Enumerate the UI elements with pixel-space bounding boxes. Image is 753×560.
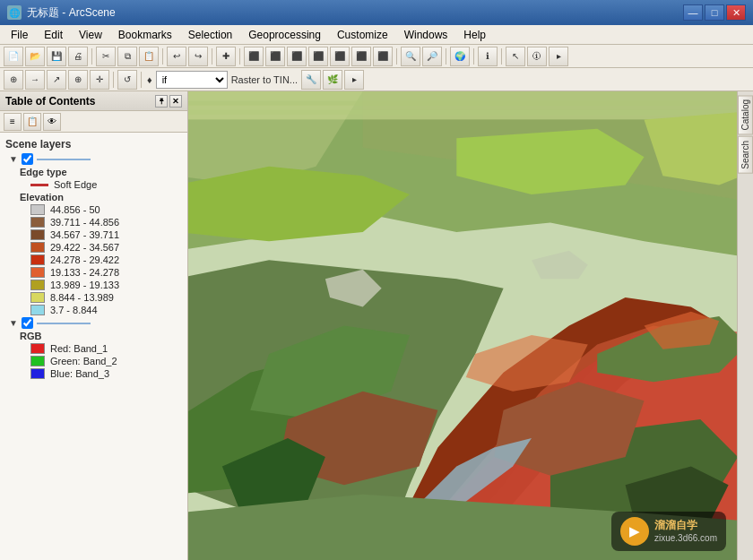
elevation-swatch <box>30 242 45 253</box>
nav7-btn[interactable]: ⬛ <box>373 47 393 66</box>
new-btn[interactable]: 📄 <box>4 47 23 66</box>
rgb-channel-label: Green: Band_2 <box>50 356 117 366</box>
toc-list-by-drawing-btn[interactable]: ≡ <box>4 113 22 131</box>
catalog-tab[interactable]: Catalog <box>738 95 753 134</box>
soft-edge-icon <box>30 184 48 186</box>
open-btn[interactable]: 📂 <box>25 47 45 66</box>
menu-view[interactable]: View <box>72 27 109 43</box>
more-btn[interactable]: ▸ <box>549 47 568 66</box>
zoom-in-btn[interactable]: 🔍 <box>401 47 420 66</box>
paste-btn[interactable]: 📋 <box>139 47 159 66</box>
toc-content: Scene layers ▼ Edge type Soft Edge Eleva… <box>0 133 187 560</box>
menu-help[interactable]: Help <box>456 27 493 43</box>
watermark: ▶ 溜溜自学 zixue.3d66.com <box>611 512 726 551</box>
nav3-btn[interactable]: ⬛ <box>287 47 307 66</box>
nav4-btn[interactable]: ⬛ <box>308 47 328 66</box>
elevation-swatch <box>30 217 45 228</box>
menu-geoprocessing[interactable]: Geoprocessing <box>241 27 328 43</box>
watermark-url: zixue.3d66.com <box>654 532 717 544</box>
menu-bookmarks[interactable]: Bookmarks <box>111 27 179 43</box>
menu-file[interactable]: File <box>4 27 35 43</box>
toc-list-by-source-btn[interactable]: 📋 <box>23 113 41 131</box>
add-data-btn[interactable]: ✚ <box>216 47 236 66</box>
sep1 <box>91 48 92 65</box>
layer-1-item[interactable]: ▼ <box>5 152 187 166</box>
layer-2-checkbox[interactable] <box>22 317 33 329</box>
nav1-btn[interactable]: ⬛ <box>244 47 264 66</box>
elevation-range-item: 13.989 - 19.133 <box>5 279 187 291</box>
toolbar-1: 📄 📂 💾 🖨 ✂ ⧉ 📋 ↩ ↪ ✚ ⬛ ⬛ ⬛ ⬛ ⬛ ⬛ ⬛ 🔍 🔎 🌍 … <box>0 45 753 68</box>
raster-tool1[interactable]: 🔧 <box>301 70 321 90</box>
close-button[interactable]: ✕ <box>726 4 746 21</box>
elevation-label: Elevation <box>5 191 187 203</box>
rgb-channel-item: Blue: Band_3 <box>5 367 187 380</box>
scene-nav-btn[interactable]: ⊕ <box>4 70 23 90</box>
maximize-button[interactable]: □ <box>705 4 724 21</box>
side-tabs: Catalog Search <box>737 91 753 560</box>
scene-fly-btn[interactable]: → <box>25 70 45 90</box>
elevation-range-item: 19.133 - 24.278 <box>5 266 187 279</box>
elevation-swatch <box>30 280 45 290</box>
zoom-out-btn[interactable]: 🔎 <box>422 47 442 66</box>
menu-selection[interactable]: Selection <box>181 27 239 43</box>
layer-1-name[interactable] <box>37 159 91 160</box>
elevation-range-label: 3.7 - 8.844 <box>50 305 98 315</box>
save-btn[interactable]: 💾 <box>47 47 66 66</box>
scene-rotate-btn[interactable]: ↺ <box>117 70 137 90</box>
minimize-button[interactable]: — <box>683 4 703 21</box>
cut-btn[interactable]: ✂ <box>96 47 116 66</box>
toc-pin-btn[interactable]: 🖈 <box>155 95 168 108</box>
menu-edit[interactable]: Edit <box>37 27 70 43</box>
elevation-range-item: 39.711 - 44.856 <box>5 216 187 228</box>
sep9 <box>113 72 114 88</box>
info-btn[interactable]: 🛈 <box>527 47 547 66</box>
elevation-range-label: 39.711 - 44.856 <box>50 217 119 228</box>
rgb-channel-label: Red: Band_1 <box>50 343 108 354</box>
sep2 <box>162 48 163 65</box>
elevation-range-label: 19.133 - 24.278 <box>50 267 119 278</box>
map-view[interactable]: Catalog Search ▶ 溜溜自学 zixue.3d66.com <box>188 91 753 560</box>
identify-btn[interactable]: ℹ <box>478 47 498 66</box>
main-area: Table of Contents 🖈 ✕ ≡ 📋 👁 Scene layers… <box>0 91 753 560</box>
search-tab[interactable]: Search <box>738 136 753 174</box>
toc-panel: Table of Contents 🖈 ✕ ≡ 📋 👁 Scene layers… <box>0 91 188 560</box>
layer-2-item[interactable]: ▼ <box>5 316 187 330</box>
scene-zoom-btn[interactable]: ⊕ <box>68 70 88 90</box>
copy-btn[interactable]: ⧉ <box>117 47 137 66</box>
rgb-channel-item: Green: Band_2 <box>5 355 187 367</box>
elevation-range-label: 8.844 - 13.989 <box>50 292 114 303</box>
raster-tool2[interactable]: 🌿 <box>323 70 342 90</box>
scene-pan-btn[interactable]: ✛ <box>90 70 109 90</box>
layer-1-checkbox[interactable] <box>22 153 33 165</box>
scene-tilt-btn[interactable]: ↗ <box>47 70 66 90</box>
elevation-range-item: 3.7 - 8.844 <box>5 304 187 316</box>
elevation-legend: 44.856 - 5039.711 - 44.85634.567 - 39.71… <box>5 203 187 316</box>
elevation-range-label: 44.856 - 50 <box>50 204 100 215</box>
layer-1-group: ▼ Edge type Soft Edge Elevation 44.856 -… <box>0 152 187 316</box>
toc-close-btn[interactable]: ✕ <box>169 95 182 108</box>
terrain-svg <box>188 91 753 560</box>
toc-list-by-visibility-btn[interactable]: 👁 <box>43 113 61 131</box>
layer-2-name[interactable] <box>37 323 91 324</box>
nav5-btn[interactable]: ⬛ <box>330 47 350 66</box>
edge-type-label: Edge type <box>5 166 187 178</box>
svg-rect-5 <box>188 100 753 105</box>
toc-title: Table of Contents <box>5 95 95 108</box>
cursor-btn[interactable]: ↖ <box>506 47 525 66</box>
nav2-btn[interactable]: ⬛ <box>265 47 285 66</box>
menu-windows[interactable]: Windows <box>397 27 455 43</box>
redo-btn[interactable]: ↪ <box>188 47 208 66</box>
rgb-swatch <box>30 356 45 366</box>
print-btn[interactable]: 🖨 <box>68 47 88 66</box>
elevation-range-label: 29.422 - 34.567 <box>50 242 119 253</box>
expression-combo[interactable]: if <box>156 71 228 89</box>
elevation-swatch <box>30 254 45 265</box>
title-bar-left: 🌐 无标题 - ArcScene <box>7 5 116 21</box>
menu-customize[interactable]: Customize <box>330 27 395 43</box>
globe-btn[interactable]: 🌍 <box>450 47 470 66</box>
nav6-btn[interactable]: ⬛ <box>351 47 371 66</box>
layer-2-group: ▼ RGB Red: Band_1Green: Band_2Blue: Band… <box>0 316 187 380</box>
sep6 <box>446 48 446 65</box>
undo-btn[interactable]: ↩ <box>167 47 186 66</box>
more2-btn[interactable]: ▸ <box>344 70 364 90</box>
